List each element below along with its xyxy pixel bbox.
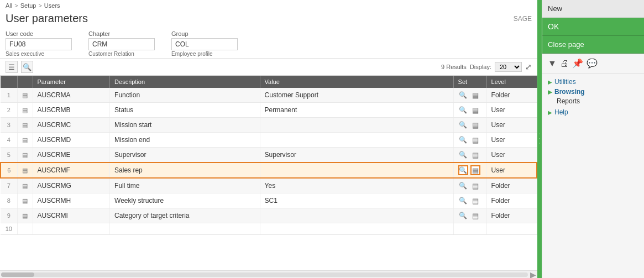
scroll-right-arrow[interactable]: ▶ <box>530 270 536 279</box>
col-value[interactable]: Value <box>260 76 453 88</box>
chapter-input[interactable] <box>88 38 155 50</box>
list-view-icon[interactable]: ☰ <box>6 61 18 73</box>
breadcrumb-setup[interactable]: Setup <box>20 2 36 9</box>
nav-utilities[interactable]: ▶ Utilities <box>548 77 638 87</box>
nav-reports[interactable]: Reports <box>548 97 638 105</box>
action-icons: 🔍▤ <box>458 120 482 130</box>
close-page-button[interactable]: Close page <box>542 36 644 54</box>
table-row[interactable]: 5▤AUSCRMESupervisorSupervisor🔍▤User <box>1 148 537 163</box>
row-list-icon[interactable]: ▤ <box>470 105 480 115</box>
row-value: Permanent <box>260 103 453 118</box>
row-search-icon[interactable]: 🔍 <box>458 105 468 115</box>
row-search-icon[interactable]: 🔍 <box>458 181 468 191</box>
row-list-icon[interactable]: ▤ <box>470 120 480 130</box>
row-level: User <box>486 133 537 148</box>
ok-button[interactable]: OK <box>542 18 644 36</box>
action-icons: 🔍▤ <box>458 135 482 145</box>
breadcrumb-sep1: > <box>14 2 18 9</box>
row-num: 1 <box>1 88 17 103</box>
help-triangle-icon: ▶ <box>548 109 552 116</box>
table-row[interactable]: 2▤AUSCRMBStatusPermanent🔍▤User <box>1 103 537 118</box>
row-search-icon[interactable]: 🔍 <box>458 211 468 221</box>
table-row[interactable]: 8▤AUSCRMHWeekly structureSC1🔍▤Folder <box>1 193 537 208</box>
table-row[interactable]: 9▤AUSCRMICategory of target criteria🔍▤Fo… <box>1 208 537 223</box>
row-num: 4 <box>1 133 17 148</box>
chapter-group: Chapter Customer Relation <box>88 30 155 57</box>
nav-help-label: Help <box>554 108 568 116</box>
breadcrumb-users[interactable]: Users <box>44 2 60 9</box>
nav-help[interactable]: ▶ Help <box>548 107 638 117</box>
right-panel: New OK Close page ▼ 🖨 📌 💬 ▶ Utilities ▶ … <box>542 0 644 278</box>
table-row[interactable]: 4▤AUSCRMDMission end🔍▤User <box>1 133 537 148</box>
row-list-icon[interactable]: ▤ <box>470 150 480 160</box>
search-icon[interactable]: 🔍 <box>21 61 33 73</box>
resize-handle[interactable]: · · · <box>537 0 542 278</box>
panel-chat-icon[interactable]: 💬 <box>587 58 598 69</box>
group-group: Group Employee profile <box>171 30 238 57</box>
fields-row: User code Sales executive Chapter Custom… <box>0 28 537 58</box>
panel-attachment-icon[interactable]: 📌 <box>572 58 583 69</box>
expand-icon[interactable]: ⤢ <box>525 62 532 71</box>
nav-browsing-label: Browsing <box>554 88 585 96</box>
breadcrumb-all[interactable]: All <box>6 2 12 9</box>
row-description: Status <box>110 103 260 118</box>
chapter-label: Chapter <box>88 30 155 37</box>
user-code-sub: Sales executive <box>6 51 72 57</box>
group-input[interactable] <box>171 38 238 50</box>
table-row[interactable]: 7▤AUSCRMGFull timeYes🔍▤Folder <box>1 178 537 193</box>
action-icons: 🔍▤ <box>458 211 482 221</box>
row-num: 5 <box>1 148 17 163</box>
row-doc-icon: ▤ <box>22 197 28 204</box>
row-search-icon[interactable]: 🔍 <box>458 165 468 175</box>
user-code-input[interactable] <box>6 38 72 50</box>
col-description[interactable]: Description <box>110 76 260 88</box>
table-row[interactable]: 3▤AUSCRMCMission start🔍▤User <box>1 118 537 133</box>
row-list-icon[interactable]: ▤ <box>470 135 480 145</box>
row-list-icon[interactable]: ▤ <box>470 165 480 175</box>
nav-browsing[interactable]: ▶ Browsing <box>548 87 638 97</box>
row-search-icon[interactable]: 🔍 <box>458 90 468 100</box>
display-select[interactable]: 20 50 100 <box>495 62 522 72</box>
user-code-group: User code Sales executive <box>6 30 72 57</box>
group-sub: Employee profile <box>171 51 238 57</box>
row-icon-cell: ▤ <box>17 193 33 208</box>
row-search-icon[interactable]: 🔍 <box>458 196 468 206</box>
row-value: Supervisor <box>260 148 453 163</box>
table-row[interactable]: 10 <box>1 223 537 235</box>
new-button[interactable]: New <box>542 0 644 18</box>
row-set: 🔍▤ <box>453 103 486 118</box>
group-label: Group <box>171 30 238 37</box>
table-row[interactable]: 6▤AUSCRMFSales rep🔍▤User <box>1 162 537 178</box>
row-set: 🔍▤ <box>453 133 486 148</box>
user-code-label: User code <box>6 30 72 37</box>
panel-dropdown-icon[interactable]: ▼ <box>548 59 557 69</box>
col-level[interactable]: Level <box>486 76 537 88</box>
row-icon-cell: ▤ <box>17 103 33 118</box>
row-doc-icon: ▤ <box>22 151 28 158</box>
row-value: Customer Support <box>260 88 453 103</box>
row-doc-icon: ▤ <box>22 107 28 113</box>
row-doc-icon: ▤ <box>22 92 28 98</box>
breadcrumb: All > Setup > Users <box>0 0 537 11</box>
row-parameter: AUSCRMB <box>33 103 110 118</box>
row-search-icon[interactable]: 🔍 <box>458 135 468 145</box>
row-description <box>110 223 260 235</box>
row-num: 10 <box>1 223 17 235</box>
col-parameter[interactable]: Parameter <box>33 76 110 88</box>
table-row[interactable]: 1▤AUSCRMAFunctionCustomer Support🔍▤Folde… <box>1 88 537 103</box>
row-list-icon[interactable]: ▤ <box>470 181 480 191</box>
col-set[interactable]: Set <box>453 76 486 88</box>
row-list-icon[interactable]: ▤ <box>470 90 480 100</box>
row-doc-icon: ▤ <box>22 167 28 174</box>
row-parameter: AUSCRMF <box>33 162 110 178</box>
panel-print-icon[interactable]: 🖨 <box>560 59 569 69</box>
row-num: 2 <box>1 103 17 118</box>
row-search-icon[interactable]: 🔍 <box>458 120 468 130</box>
panel-icon-toolbar: ▼ 🖨 📌 💬 <box>542 54 644 74</box>
row-parameter: AUSCRMI <box>33 208 110 223</box>
row-list-icon[interactable]: ▤ <box>470 196 480 206</box>
horizontal-scrollbar[interactable]: ▶ <box>0 270 537 278</box>
row-search-icon[interactable]: 🔍 <box>458 150 468 160</box>
row-description: Category of target criteria <box>110 208 260 223</box>
row-list-icon[interactable]: ▤ <box>470 211 480 221</box>
